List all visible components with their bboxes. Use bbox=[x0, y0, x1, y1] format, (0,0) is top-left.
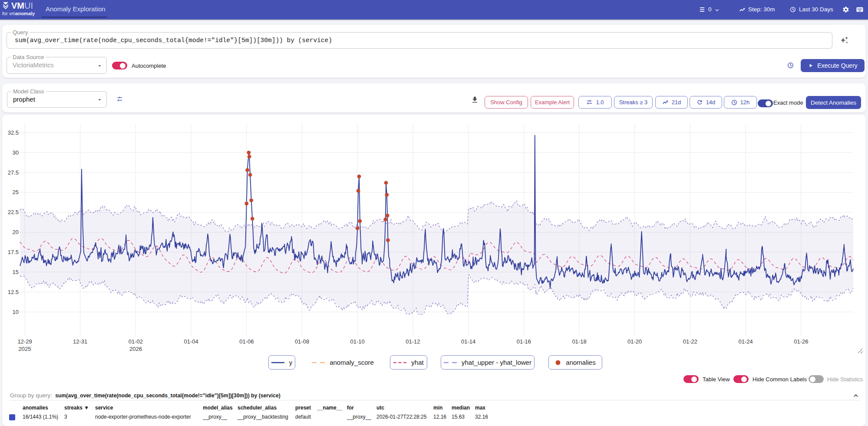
svg-text:12-31: 12-31 bbox=[73, 338, 87, 345]
svg-text:20: 20 bbox=[13, 229, 19, 235]
svg-text:01-16: 01-16 bbox=[517, 338, 531, 345]
svg-text:01-20: 01-20 bbox=[627, 338, 642, 345]
svg-text:12-29: 12-29 bbox=[17, 338, 32, 345]
svg-text:01-14: 01-14 bbox=[461, 338, 475, 345]
svg-text:30: 30 bbox=[13, 149, 19, 156]
svg-text:12.5: 12.5 bbox=[8, 289, 19, 295]
svg-text:2026: 2026 bbox=[129, 346, 142, 352]
svg-text:01-12: 01-12 bbox=[406, 338, 420, 345]
svg-text:01-22: 01-22 bbox=[683, 338, 697, 345]
svg-text:22.5: 22.5 bbox=[8, 209, 19, 215]
svg-text:01-18: 01-18 bbox=[572, 338, 586, 345]
svg-text:01-24: 01-24 bbox=[738, 338, 752, 345]
svg-text:15: 15 bbox=[13, 269, 19, 275]
svg-text:17.5: 17.5 bbox=[8, 249, 19, 255]
svg-text:01-26: 01-26 bbox=[794, 338, 808, 345]
svg-text:01-04: 01-04 bbox=[184, 338, 198, 345]
svg-text:10: 10 bbox=[13, 309, 19, 315]
svg-text:01-02: 01-02 bbox=[129, 338, 143, 345]
svg-text:01-06: 01-06 bbox=[239, 338, 254, 345]
svg-text:2025: 2025 bbox=[19, 346, 31, 352]
svg-text:27.5: 27.5 bbox=[8, 169, 19, 176]
svg-text:01-10: 01-10 bbox=[350, 338, 365, 345]
svg-text:32.5: 32.5 bbox=[8, 129, 19, 136]
svg-text:25: 25 bbox=[13, 189, 19, 195]
svg-text:01-08: 01-08 bbox=[295, 338, 309, 345]
